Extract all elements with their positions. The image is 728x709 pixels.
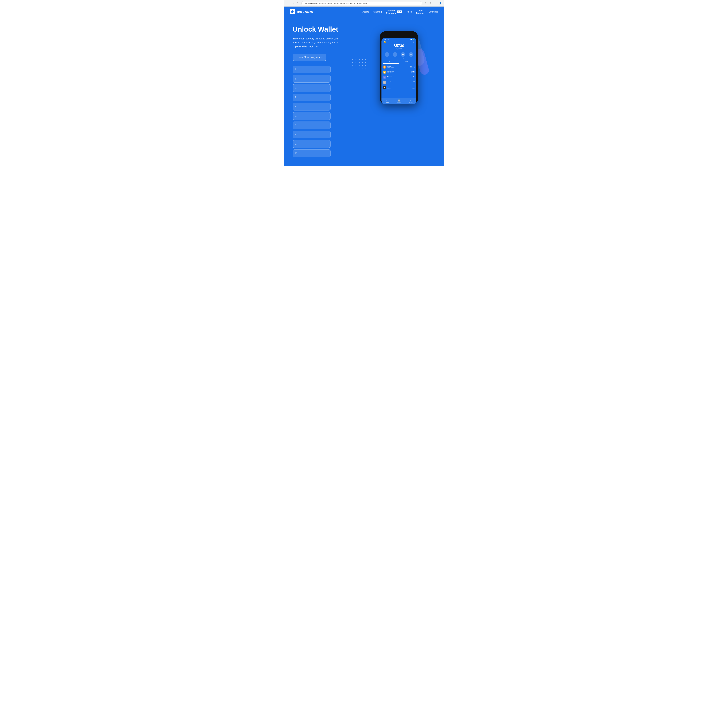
reload-button[interactable]: ↻ <box>296 1 300 5</box>
coin-sub-3: $40 5% <box>387 83 412 83</box>
trade-label: Trade <box>409 57 412 59</box>
dot <box>352 69 353 69</box>
word-input-field-4[interactable] <box>293 93 330 101</box>
url-text: trustwallets.org/verify/unlock/#82180513… <box>305 2 367 4</box>
nav-links: Assets Stacking Browser Extension NEW NF… <box>363 9 438 15</box>
nav-nfts[interactable]: NFTs <box>407 10 412 13</box>
settings-bottom-label: Settings <box>409 102 412 103</box>
phone-header: $5730 My Wallet <box>382 44 417 51</box>
nav-assets[interactable]: Assets <box>363 10 369 13</box>
coin-usd-1: $21,219 <box>411 72 415 73</box>
word-input-field-10[interactable] <box>293 149 330 157</box>
wallet-bottom-icon: 🛡 <box>386 99 388 102</box>
word-input-row-5: 5. <box>293 103 342 111</box>
coin-qty-0: 0.1584 BTC <box>409 66 415 67</box>
bottom-nav-wallet: 🛡 Wallet <box>382 99 393 103</box>
trade-icon: → <box>409 52 413 57</box>
tab-nfts: NFTs <box>399 60 415 64</box>
receive-icon: ↓ <box>393 52 397 57</box>
word-input-wrapper-9: 9. <box>293 140 330 148</box>
coin-sub-1: $643.23 44% <box>387 72 411 73</box>
dot <box>352 62 353 63</box>
coin-name-4: XRP <box>387 86 410 88</box>
receive-label: Receive <box>393 57 397 59</box>
main-content: Unlock Wallet Enter your recovery phrase… <box>284 17 444 166</box>
forward-button[interactable]: → <box>291 1 295 5</box>
phone-container: 9:41 AM ▶ ▶ 🔋 🔔 ⚙ $5730 My Wallet <box>380 31 418 104</box>
word-input-row-4: 4. <box>293 93 342 101</box>
bottom-nav-settings: ⚙ Settings <box>405 99 417 103</box>
back-button[interactable]: ← <box>286 1 290 5</box>
send-icon: ↑ <box>384 52 389 57</box>
word-input-wrapper-3: 3. <box>293 84 330 92</box>
word-input-field-8[interactable] <box>293 131 330 139</box>
word-input-field-3[interactable] <box>293 84 330 92</box>
coin-name-1: Binance Coin <box>387 71 411 72</box>
coin-qty-2: 1 ETH <box>412 76 415 77</box>
word-input-wrapper-5: 5. <box>293 103 330 111</box>
dot <box>355 62 357 63</box>
nav-dapp-browser[interactable]: DApp Browser <box>416 9 424 15</box>
nav-browser-extension[interactable]: Browser Extension <box>386 9 396 15</box>
new-badge: NEW <box>397 10 402 13</box>
coin-icon-1: ◈ <box>383 71 386 74</box>
word-input-wrapper-1: 1. <box>293 66 330 73</box>
word-inputs: 1.2.3.4.5.6.7.8.9.10. <box>293 66 342 157</box>
word-input-wrapper-4: 4. <box>293 93 330 101</box>
address-bar[interactable]: | trustwallets.org/verify/unlock/#821805… <box>301 1 422 5</box>
coin-item-xrp: ✕ XRP $1.34 1% 1000 XRP $1,340 <box>383 85 415 90</box>
word-input-field-2[interactable] <box>293 75 330 83</box>
coin-item-binance-coin: ◈ Binance Coin $643.23 44% 33 BNB $21,21… <box>383 70 415 75</box>
nav-stacking[interactable]: Stacking <box>373 10 382 13</box>
dot <box>352 66 353 66</box>
profile-icon[interactable]: 👤 <box>438 1 442 5</box>
coin-icon-0: ₿ <box>383 66 386 69</box>
phone-action-buy: ↻ Buy <box>401 52 405 59</box>
word-input-field-9[interactable] <box>293 140 330 148</box>
coin-usd-0: $10,741.57 <box>409 67 415 68</box>
share-icon[interactable]: ⇧ <box>423 1 427 5</box>
wallet-bottom-label: Wallet <box>386 102 389 103</box>
window-icon[interactable]: □ <box>433 1 437 5</box>
coin-name-0: Bitcoin <box>387 66 409 67</box>
coin-usd-4: $1,340 <box>410 88 415 89</box>
dot <box>365 66 366 66</box>
send-label: Send <box>386 57 388 59</box>
coin-name-3: Litecoin <box>387 81 412 83</box>
coin-info-1: Binance Coin $643.23 44% <box>387 71 411 73</box>
dots-decoration <box>352 59 367 70</box>
word-input-field-1[interactable] <box>293 66 330 73</box>
bookmark-icon[interactable]: ☆ <box>428 1 433 5</box>
word-input-row-9: 9. <box>293 140 342 148</box>
word-input-wrapper-6: 6. <box>293 112 330 120</box>
word-input-row-3: 3. <box>293 84 342 92</box>
coin-amount-1: 33 BNB $21,219 <box>411 71 415 73</box>
phone-status-bar: 9:41 AM ▶ ▶ 🔋 <box>382 38 417 41</box>
coin-item-bitcoin: ₿ Bitcoin $67813.48 73% 0.1584 BTC $10,7… <box>383 65 415 70</box>
dot <box>355 59 357 60</box>
browser-chrome: ← → ↻ | trustwallets.org/verify/unlock/#… <box>284 0 444 7</box>
word-input-row-10: 10. <box>293 149 342 157</box>
word-input-wrapper-10: 10. <box>293 149 330 157</box>
buy-label: Buy <box>402 57 404 59</box>
dot <box>359 59 360 60</box>
nav-language[interactable]: Language <box>428 10 438 13</box>
coin-sub-0: $67813.48 73% <box>387 67 409 68</box>
word-input-field-5[interactable] <box>293 103 330 111</box>
dot <box>355 66 357 66</box>
phone-notification-icon: 🔔 <box>383 41 386 43</box>
word-input-field-7[interactable] <box>293 121 330 129</box>
word-input-row-1: 1. <box>293 66 342 73</box>
coin-usd-2: $4,809 <box>412 77 415 79</box>
coin-info-3: Litecoin $40 5% <box>387 81 412 83</box>
recovery-words-button[interactable]: I have 24 recovery words <box>293 54 326 61</box>
site-nav: Trust Wallet Assets Stacking Browser Ext… <box>284 7 444 17</box>
dot <box>362 69 363 69</box>
word-input-field-6[interactable] <box>293 112 330 120</box>
shield-logo-svg <box>291 10 294 13</box>
dot <box>359 62 360 63</box>
word-input-row-8: 8. <box>293 131 342 139</box>
dot <box>365 69 366 69</box>
phone-signal: ▶ ▶ 🔋 <box>410 39 414 40</box>
coin-item-litecoin: Ł Litecoin $40 5% 4 LTC $160 <box>383 80 415 85</box>
